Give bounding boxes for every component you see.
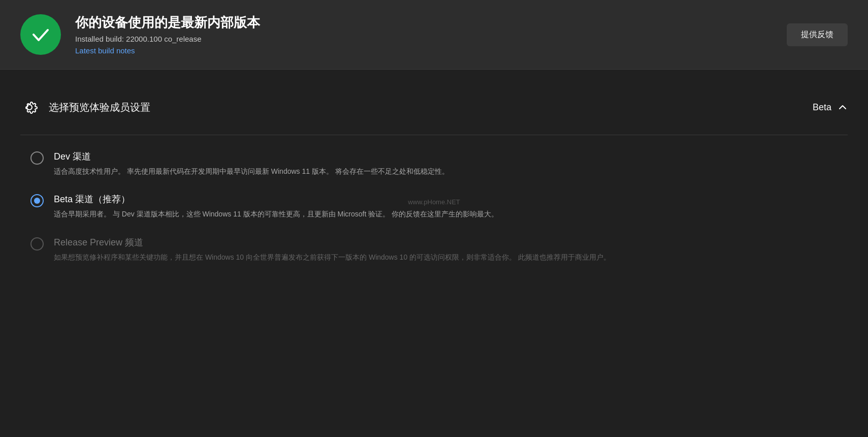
settings-header: 选择预览体验成员设置 Beta	[20, 90, 848, 124]
top-left: 你的设备使用的是最新内部版本 Installed build: 22000.10…	[20, 14, 260, 55]
channel-name-beta: Beta 渠道（推荐）	[54, 193, 838, 205]
channel-desc-beta: 适合早期采用者。 与 Dev 渠道版本相比，这些 Windows 11 版本的可…	[54, 208, 765, 220]
channel-item-dev: Dev 渠道 适合高度技术性用户。 率先使用最新代码在开发周期中最早访问最新 W…	[30, 150, 838, 177]
channel-item-release-preview: Release Preview 频道 如果想预览修补程序和某些关键功能，并且想在…	[30, 236, 838, 263]
channel-desc-release-preview: 如果想预览修补程序和某些关键功能，并且想在 Windows 10 向全世界普遍发…	[54, 252, 765, 263]
chevron-up-icon	[838, 102, 848, 112]
feedback-button[interactable]: 提供反馈	[787, 23, 848, 46]
channel-desc-dev: 适合高度技术性用户。 率先使用最新代码在开发周期中最早访问最新 Windows …	[54, 166, 765, 177]
settings-header-left: 选择预览体验成员设置	[20, 98, 150, 116]
gear-icon	[20, 98, 39, 116]
channel-name-release-preview: Release Preview 频道	[54, 236, 838, 248]
current-channel-label: Beta	[813, 102, 831, 113]
top-info: 你的设备使用的是最新内部版本 Installed build: 22000.10…	[75, 14, 260, 55]
radio-beta-inner	[34, 198, 40, 204]
radio-beta[interactable]	[30, 194, 44, 207]
main-section: 选择预览体验成员设置 Beta Dev 渠道 适合高度技术性用户。 率先使用最新…	[0, 70, 868, 283]
channel-content-release-preview: Release Preview 频道 如果想预览修补程序和某些关键功能，并且想在…	[54, 236, 838, 263]
divider	[20, 135, 848, 135]
channel-name-dev: Dev 渠道	[54, 150, 838, 163]
channel-list: Dev 渠道 适合高度技术性用户。 率先使用最新代码在开发周期中最早访问最新 W…	[20, 150, 848, 263]
latest-build-notes-link[interactable]: Latest build notes	[75, 46, 260, 55]
channel-content-beta: Beta 渠道（推荐） 适合早期采用者。 与 Dev 渠道版本相比，这些 Win…	[54, 193, 838, 220]
check-circle-icon	[20, 14, 61, 55]
page-title: 你的设备使用的是最新内部版本	[75, 14, 260, 32]
radio-dev[interactable]	[30, 151, 44, 165]
installed-build: Installed build: 22000.100 co_release	[75, 35, 260, 43]
top-section: 你的设备使用的是最新内部版本 Installed build: 22000.10…	[0, 0, 868, 70]
settings-title: 选择预览体验成员设置	[49, 101, 150, 114]
channel-content-dev: Dev 渠道 适合高度技术性用户。 率先使用最新代码在开发周期中最早访问最新 W…	[54, 150, 838, 177]
channel-item-beta: Beta 渠道（推荐） 适合早期采用者。 与 Dev 渠道版本相比，这些 Win…	[30, 193, 838, 220]
radio-release-preview	[30, 237, 44, 251]
settings-channel-display: Beta	[813, 102, 848, 113]
